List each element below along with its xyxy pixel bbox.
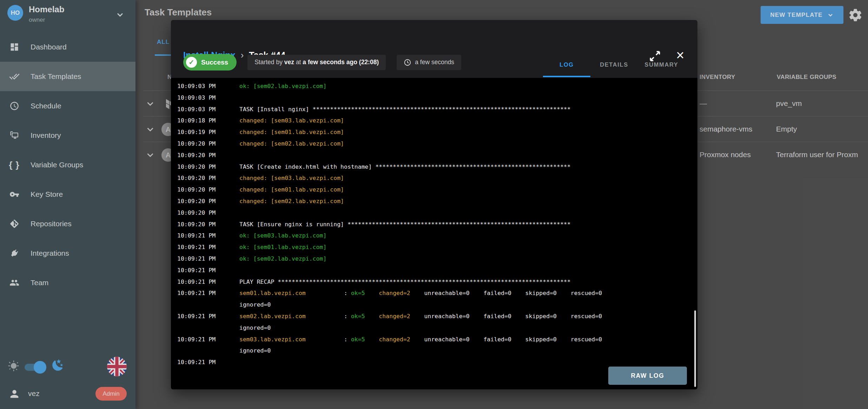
log-line: 10:09:03 PM bbox=[177, 92, 697, 104]
log-line: ignored=0 bbox=[177, 345, 697, 357]
log-line: 10:09:20 PMTASK [Create index.html with … bbox=[177, 161, 697, 173]
started-by-chip: Started by vez at a few seconds ago (22:… bbox=[247, 55, 386, 70]
task-detail-modal: Install Nginx › Task #44 × ✓ Success Sta… bbox=[171, 20, 697, 389]
log-line: 10:09:21 PMok: [sem03.lab.vezpi.com] bbox=[177, 230, 697, 242]
log-line: 10:09:20 PM bbox=[177, 150, 697, 161]
check-circle-icon: ✓ bbox=[186, 57, 197, 68]
log-line: 10:09:20 PMchanged: [sem03.lab.vezpi.com… bbox=[177, 173, 697, 184]
tab-summary[interactable]: SUMMARY bbox=[638, 52, 685, 77]
app-root: Task Templates NEW TEMPLATE ALL NAME INV… bbox=[0, 0, 868, 409]
duration-chip: a few seconds bbox=[397, 55, 461, 70]
log-line: 10:09:21 PMsem02.lab.vezpi.com : ok=5 ch… bbox=[177, 311, 697, 322]
raw-log-button[interactable]: RAW LOG bbox=[608, 367, 687, 385]
log-line: 10:09:03 PMok: [sem02.lab.vezpi.com] bbox=[177, 81, 697, 92]
log-line: 10:09:21 PM bbox=[177, 265, 697, 276]
log-line: 10:09:03 PMTASK [Install nginx] ********… bbox=[177, 104, 697, 115]
log-line: 10:09:20 PMchanged: [sem01.lab.vezpi.com… bbox=[177, 184, 697, 196]
log-lines: 10:09:03 PMok: [sem02.lab.vezpi.com]10:0… bbox=[177, 81, 697, 368]
task-log-output: 10:09:03 PMok: [sem02.lab.vezpi.com]10:0… bbox=[171, 78, 697, 389]
log-line: 10:09:21 PMsem03.lab.vezpi.com : ok=5 ch… bbox=[177, 334, 697, 346]
duration-text: a few seconds bbox=[415, 59, 454, 66]
started-by-text: Started by vez at a few seconds ago (22:… bbox=[254, 59, 379, 66]
log-line: 10:09:20 PMTASK [Ensure nginx is running… bbox=[177, 219, 697, 230]
status-badge: ✓ Success bbox=[183, 54, 237, 71]
clock-icon bbox=[404, 59, 411, 66]
log-line: ignored=0 bbox=[177, 322, 697, 334]
log-line: 10:09:21 PMsem01.lab.vezpi.com : ok=5 ch… bbox=[177, 288, 697, 299]
status-row: ✓ Success Started by vez at a few second… bbox=[183, 54, 461, 71]
log-line: 10:09:18 PMchanged: [sem03.lab.vezpi.com… bbox=[177, 115, 697, 127]
tab-details[interactable]: DETAILS bbox=[590, 52, 638, 77]
log-line: 10:09:21 PMPLAY RECAP ******************… bbox=[177, 276, 697, 288]
log-line: 10:09:20 PMchanged: [sem02.lab.vezpi.com… bbox=[177, 138, 697, 150]
log-line: 10:09:20 PMchanged: [sem02.lab.vezpi.com… bbox=[177, 196, 697, 207]
log-line: 10:09:21 PMok: [sem01.lab.vezpi.com] bbox=[177, 242, 697, 253]
log-line: 10:09:20 PM bbox=[177, 207, 697, 219]
status-label: Success bbox=[201, 59, 228, 66]
log-line: ignored=0 bbox=[177, 299, 697, 311]
log-scrollbar-thumb[interactable] bbox=[694, 310, 696, 387]
log-line: 10:09:21 PMok: [sem02.lab.vezpi.com] bbox=[177, 253, 697, 265]
modal-tabs: LOG DETAILS SUMMARY bbox=[543, 52, 685, 77]
tab-log[interactable]: LOG bbox=[543, 52, 590, 77]
log-line: 10:09:19 PMchanged: [sem01.lab.vezpi.com… bbox=[177, 127, 697, 138]
